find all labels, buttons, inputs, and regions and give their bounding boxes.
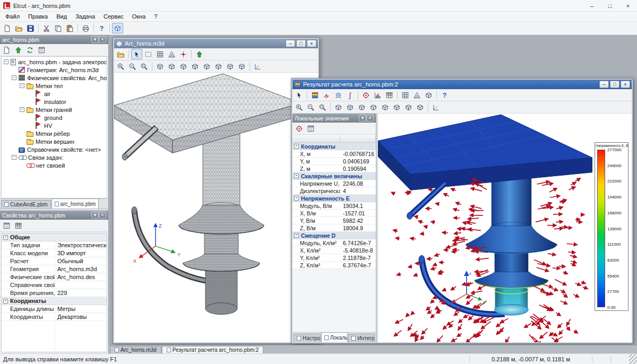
panel-menu-button[interactable]: ▾ — [91, 212, 99, 219]
menu-item-0[interactable]: Файл — [1, 12, 24, 21]
group-expander[interactable]: - — [3, 235, 8, 240]
tab-1[interactable]: Локаль... — [321, 332, 348, 342]
view-z-button[interactable] — [403, 102, 414, 112]
group-row[interactable]: -Смещение D — [292, 232, 376, 239]
tree-item[interactable]: -Метки тел — [2, 82, 107, 90]
tree-item[interactable]: HV — [2, 122, 107, 129]
result-window-titlebar[interactable]: Результат расчета arc_horns.pbm:2 –□× — [292, 80, 632, 89]
close-button[interactable]: × — [619, 0, 637, 11]
new-problem-button[interactable] — [2, 23, 13, 33]
zoom-out-button[interactable] — [305, 102, 316, 112]
show-mesh-button[interactable] — [411, 90, 423, 100]
group-row[interactable]: -Скалярные величины — [292, 172, 376, 180]
categorized-view-button[interactable] — [1, 220, 12, 231]
view-8-button[interactable] — [236, 61, 247, 72]
close-button[interactable]: × — [307, 40, 316, 47]
menu-item-1[interactable]: Правка — [24, 12, 52, 21]
property-row[interactable]: X, м-0.00768716 — [292, 150, 376, 158]
tab-0[interactable]: Arc_horns.m3d — [110, 346, 161, 353]
zoom-in-button[interactable] — [294, 102, 305, 112]
property-row[interactable]: Y, Кл/м²2.11878e-7 — [292, 254, 376, 262]
vertices-button[interactable] — [178, 49, 189, 59]
panel-close-button[interactable]: × — [99, 212, 106, 219]
group-row[interactable]: -Координаты — [292, 143, 376, 150]
property-row[interactable]: Модуль, В/м19034.1 — [292, 202, 376, 210]
zoom-window-button[interactable] — [317, 102, 328, 112]
view-y-button[interactable] — [391, 102, 402, 112]
tab-2[interactable]: Интегр... — [348, 334, 375, 342]
tree-expander[interactable]: - — [12, 155, 16, 160]
isolines-button[interactable] — [333, 90, 344, 100]
help-button[interactable] — [96, 23, 107, 33]
close-button[interactable]: × — [621, 81, 630, 88]
view-xz-button[interactable] — [356, 102, 367, 112]
minimize-button[interactable]: – — [583, 0, 601, 11]
import-model-button[interactable] — [194, 49, 205, 59]
alphabetic-view-button[interactable] — [13, 220, 24, 231]
view-3-button[interactable] — [178, 61, 189, 72]
property-row[interactable]: Z, Кл/м²6.37674e-7 — [292, 262, 376, 269]
color-map-button[interactable] — [309, 90, 321, 100]
zoom-in-button[interactable] — [115, 61, 126, 72]
tab-1[interactable]: Результат расчета arc_horns.pbm:2 — [162, 346, 264, 353]
property-row[interactable]: Z, м0.190594 — [292, 165, 376, 172]
mesh-window-titlebar[interactable]: Arc_horns.m3d –□× — [114, 39, 318, 48]
select-mode-button[interactable] — [294, 90, 305, 100]
minimize-button[interactable]: – — [599, 81, 609, 88]
xy-plot-button[interactable] — [372, 90, 383, 100]
view-xy-button[interactable] — [345, 102, 356, 112]
show-grid-button[interactable] — [400, 90, 411, 100]
view-x-button[interactable] — [380, 102, 391, 112]
maximize-button[interactable]: □ — [601, 0, 619, 11]
maximize-button[interactable]: □ — [296, 40, 306, 47]
local-values-button[interactable] — [360, 90, 372, 100]
result-viewport[interactable]: z x y Напряженность E, В/м 2770002490002… — [378, 114, 632, 342]
table-values-button[interactable] — [384, 90, 395, 100]
group-row[interactable]: -Общие — [2, 233, 107, 241]
show-axes-button[interactable] — [431, 102, 442, 112]
add-item-button[interactable] — [1, 45, 12, 55]
tree-expander[interactable]: - — [12, 75, 16, 80]
menu-item-3[interactable]: Задача — [71, 12, 99, 21]
tree-item[interactable]: ground — [2, 114, 107, 122]
minimize-button[interactable]: – — [286, 40, 295, 47]
save-button[interactable] — [25, 23, 36, 33]
panel-close-button[interactable]: × — [99, 36, 106, 43]
zoom-out-button[interactable] — [127, 61, 138, 72]
tree-item[interactable]: Геометрия: Arc_horns.m3d — [2, 66, 107, 74]
tree-item[interactable]: -Метки граней — [2, 106, 107, 114]
menu-item-5[interactable]: Окна — [128, 12, 150, 21]
view-1-button[interactable] — [154, 61, 166, 72]
zoom-window-button[interactable] — [139, 61, 150, 72]
result-3d-view[interactable]: z x y — [378, 114, 632, 342]
menu-item-2[interactable]: Вид — [52, 12, 71, 21]
print-button[interactable] — [80, 23, 91, 33]
group-row[interactable]: -Напряженность E — [292, 195, 376, 202]
menu-item-4[interactable]: Сервис — [99, 12, 128, 21]
group-expander[interactable]: - — [294, 174, 299, 178]
copy-button[interactable] — [53, 23, 64, 33]
open-model-button[interactable] — [115, 49, 126, 59]
property-row[interactable]: Y, В/м5982.42 — [292, 217, 376, 224]
build-mesh-button[interactable] — [166, 49, 177, 59]
cut-button[interactable] — [41, 23, 52, 33]
tree-item[interactable]: insulator — [2, 98, 107, 106]
view-2-button[interactable] — [166, 61, 177, 72]
view-yz-button[interactable] — [368, 102, 379, 112]
view-5-button[interactable] — [201, 61, 212, 72]
help-button[interactable] — [439, 90, 450, 100]
mesh-3d-view[interactable]: Z X Y — [114, 73, 318, 342]
select-window-button[interactable] — [143, 49, 154, 59]
property-row[interactable]: ГеометрияArc_horns.m3d — [2, 265, 107, 273]
integral-calculator-button[interactable] — [345, 90, 356, 100]
group-row[interactable]: -Координаты — [2, 297, 107, 305]
tab-1[interactable]: arc_horns.pbm — [51, 198, 99, 209]
group-expander[interactable]: - — [3, 299, 8, 304]
resize-grip[interactable] — [629, 354, 637, 364]
maximize-button[interactable]: □ — [610, 81, 619, 88]
open-button[interactable] — [13, 23, 24, 33]
property-row[interactable]: X, В/м-1527.01 — [292, 210, 376, 217]
property-row[interactable]: Класс модели3D импорт — [2, 249, 107, 257]
property-row[interactable]: Тип задачиЭлектростатическое п... — [2, 241, 107, 249]
tree-item[interactable]: air — [2, 90, 107, 98]
